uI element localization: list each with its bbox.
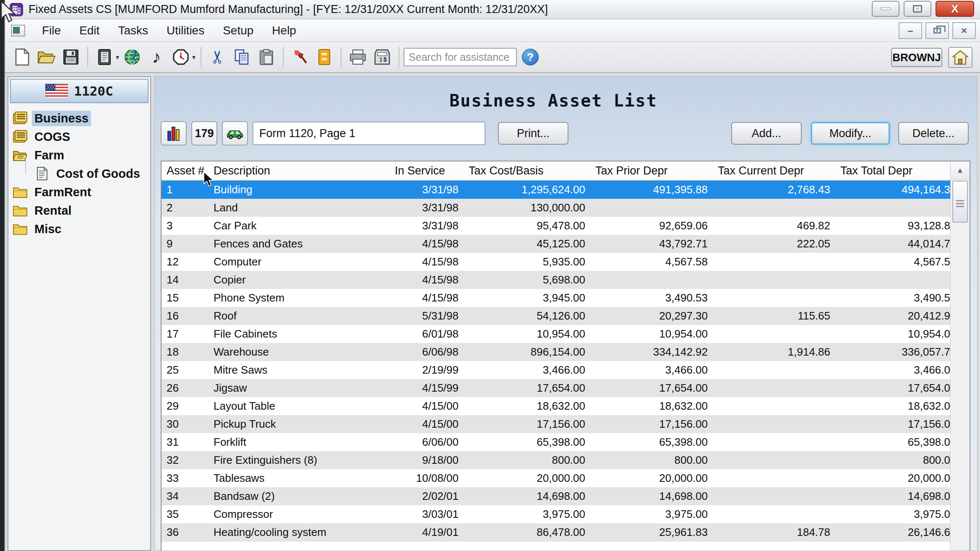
- minimize-button[interactable]: [872, 1, 899, 17]
- paste-button[interactable]: [255, 46, 277, 68]
- table-row[interactable]: 18 Warehouse 6/06/98 896,154.00 334,142.…: [162, 343, 950, 361]
- column-header-prior[interactable]: Tax Prior Depr: [590, 164, 713, 177]
- mdi-restore-button[interactable]: [925, 22, 949, 39]
- user-button[interactable]: BROWNJ: [891, 48, 942, 67]
- vehicle-button[interactable]: [222, 121, 248, 146]
- cell-prior-depr: 800.00: [590, 454, 713, 467]
- mdi-document-icon[interactable]: [11, 25, 25, 36]
- open-file-button[interactable]: [36, 46, 57, 68]
- menu-item[interactable]: File: [33, 21, 70, 40]
- menu-item[interactable]: Setup: [214, 21, 263, 40]
- filecabinet-button[interactable]: [289, 46, 311, 68]
- column-header-cost[interactable]: Tax Cost/Basis: [464, 164, 590, 177]
- tree-item[interactable]: COGS: [13, 127, 150, 146]
- home-button[interactable]: [948, 47, 972, 68]
- cell-in-service: 4/15/99: [390, 382, 464, 395]
- table-row[interactable]: 29 Layout Table 4/15/00 18,632.00 18,632…: [162, 397, 950, 415]
- folder-icon: [13, 203, 28, 218]
- organizer-button[interactable]: [313, 46, 335, 68]
- add-button[interactable]: Add...: [731, 122, 802, 145]
- column-header-inservice[interactable]: In Service: [390, 164, 464, 177]
- notebook-button[interactable]: [94, 46, 115, 68]
- cut-button[interactable]: ✂: [207, 46, 229, 68]
- scrollbar-thumb[interactable]: [952, 181, 968, 223]
- column-header-asset[interactable]: Asset #: [162, 164, 209, 177]
- help-button[interactable]: ?: [522, 49, 539, 65]
- print-button[interactable]: Print...: [498, 122, 568, 145]
- timer-dropdown-arrow-icon[interactable]: ▾: [192, 53, 195, 61]
- notes-button[interactable]: ♪: [146, 46, 167, 68]
- cell-asset-number: 15: [162, 291, 209, 304]
- clock-icon: [172, 49, 189, 65]
- table-row[interactable]: 3 Car Park 3/31/98 95,478.00 92,659.06 4…: [162, 217, 950, 235]
- folder-icon: [13, 222, 28, 236]
- table-row[interactable]: 36 Heating/cooling system 4/19/01 86,478…: [162, 523, 950, 541]
- notebook-dropdown-arrow-icon[interactable]: ▾: [116, 53, 119, 61]
- table-row[interactable]: 16 Roof 5/31/98 54,126.00 20,297.30 115.…: [162, 307, 950, 325]
- title-bar: Fixed Assets CS [MUMFORD Mumford Manufac…: [5, 0, 980, 19]
- column-header-total[interactable]: Tax Total Depr: [835, 164, 950, 177]
- form-selector[interactable]: Form 1120, Page 1: [253, 122, 485, 145]
- toolbar-separator: [201, 47, 201, 67]
- maximize-button[interactable]: [904, 1, 931, 17]
- cell-current-depr: 184.78: [713, 526, 835, 539]
- delete-button[interactable]: Delete...: [898, 122, 969, 145]
- cell-asset-number: 16: [162, 309, 209, 322]
- table-row[interactable]: 14 Copier 4/15/98 5,698.00: [162, 271, 950, 289]
- scroll-up-button[interactable]: ▲: [951, 161, 970, 180]
- table-row[interactable]: 30 Pickup Truck 4/15/00 17,156.00 17,156…: [162, 415, 950, 433]
- tree-item[interactable]: Cost of Goods: [13, 164, 150, 183]
- home-icon: [952, 49, 969, 66]
- cell-total-depr: 3,466.0: [835, 364, 950, 377]
- tree-item[interactable]: FarmRent: [13, 183, 150, 201]
- tree-item[interactable]: Rental: [13, 201, 150, 220]
- modify-button[interactable]: Modify...: [811, 122, 890, 145]
- toolbar-separator: [399, 47, 399, 67]
- table-row[interactable]: 12 Computer 4/15/98 5,935.00 4,567.58 4,…: [162, 253, 950, 271]
- table-header-row: Asset # Description In Service Tax Cost/…: [162, 161, 950, 181]
- new-document-button[interactable]: [11, 46, 33, 68]
- cell-in-service: 6/06/98: [390, 346, 464, 359]
- table-row[interactable]: 32 Fire Extinguishers (8) 9/18/00 800.00…: [162, 451, 950, 469]
- table-row[interactable]: 9 Fences and Gates 4/15/98 45,125.00 43,…: [162, 235, 950, 253]
- cell-asset-number: 29: [162, 400, 209, 413]
- search-input[interactable]: [404, 48, 517, 66]
- copy-button[interactable]: [231, 46, 253, 68]
- asset-count-button[interactable]: 179: [191, 121, 217, 146]
- timer-button[interactable]: [170, 46, 192, 68]
- menu-item[interactable]: Tasks: [109, 21, 157, 40]
- tree-item[interactable]: Misc: [13, 220, 150, 238]
- entity-header[interactable]: 1120C: [10, 79, 149, 103]
- close-button[interactable]: X: [936, 1, 974, 17]
- app-icon: [9, 3, 23, 17]
- cell-asset-number: 9: [162, 237, 209, 250]
- table-row[interactable]: 33 Tablesaws 10/08/00 20,000.00 20,000.0…: [162, 469, 950, 487]
- tree-item[interactable]: Farm: [13, 146, 150, 164]
- table-row[interactable]: 31 Forklift 6/06/00 65,398.00 65,398.00 …: [162, 433, 950, 451]
- column-header-current[interactable]: Tax Current Depr: [713, 164, 835, 177]
- table-row[interactable]: 17 File Cabinets 6/01/98 10,954.00 10,95…: [162, 325, 950, 343]
- close-icon: X: [951, 3, 958, 16]
- save-button[interactable]: [60, 46, 82, 68]
- table-row[interactable]: 15 Phone System 4/15/98 3,945.00 3,490.5…: [162, 289, 950, 307]
- column-header-description[interactable]: Description: [209, 164, 390, 177]
- table-row[interactable]: 26 Jigsaw 4/15/99 17,654.00 17,654.00 17…: [162, 379, 950, 397]
- chart-button[interactable]: [161, 121, 187, 146]
- menu-item[interactable]: Edit: [70, 21, 109, 40]
- calculator-button[interactable]: 1$: [371, 46, 393, 68]
- table-row[interactable]: 25 Mitre Saws 2/19/99 3,466.00 3,466.00 …: [162, 361, 950, 379]
- table-row[interactable]: 34 Bandsaw (2) 2/02/01 14,698.00 14,698.…: [162, 487, 950, 505]
- menu-item[interactable]: Help: [263, 21, 305, 40]
- web-button[interactable]: [121, 46, 143, 68]
- menu-item[interactable]: Utilities: [157, 21, 214, 40]
- mdi-close-button[interactable]: ×: [952, 22, 976, 39]
- table-row[interactable]: 1 Building 3/31/98 1,295,624.00 491,395.…: [162, 181, 950, 199]
- mdi-minimize-button[interactable]: –: [899, 22, 922, 39]
- print-toolbar-button[interactable]: [347, 46, 369, 68]
- table-row[interactable]: 35 Compressor 3/03/01 3,975.00 3,975.00 …: [162, 505, 950, 523]
- table-scrollbar[interactable]: ▲: [950, 161, 970, 551]
- cell-total-depr: 494,164.3: [835, 183, 950, 196]
- table-row[interactable]: 2 Land 3/31/98 130,000.00: [162, 199, 950, 217]
- cell-asset-number: 26: [162, 382, 209, 395]
- tree-item[interactable]: Business: [13, 109, 150, 127]
